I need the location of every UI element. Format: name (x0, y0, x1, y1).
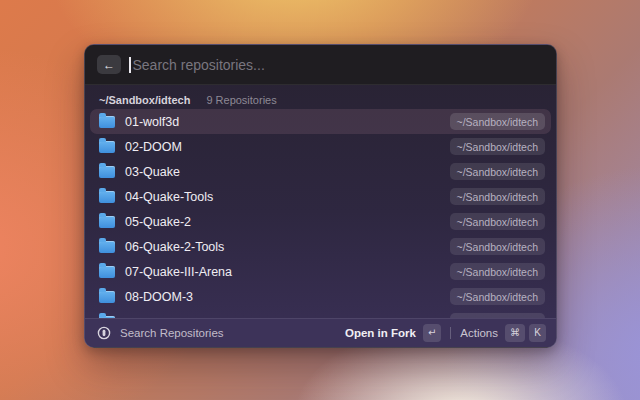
repo-path-badge: ~/Sandbox/idtech (450, 288, 545, 305)
section-header: ~/Sandbox/idtech 9 Repositories (85, 86, 556, 109)
search-input[interactable]: Search repositories... (133, 57, 265, 73)
primary-action-button[interactable]: Open in Fork (345, 327, 416, 339)
repo-row[interactable]: 01-wolf3d ~/Sandbox/idtech (90, 109, 551, 134)
return-key-badge[interactable]: ↵ (423, 324, 441, 342)
section-path-label: ~/Sandbox/idtech (99, 94, 190, 106)
repo-name: 02-DOOM (125, 140, 182, 154)
actions-button[interactable]: Actions (460, 327, 498, 339)
text-caret (129, 57, 131, 73)
command-label: Search Repositories (120, 327, 224, 339)
footer-divider (450, 327, 451, 339)
repo-path-badge: ~/Sandbox/idtech (450, 238, 545, 255)
folder-icon (99, 116, 115, 128)
launcher-window: ← Search repositories... ~/Sandbox/idtec… (84, 44, 557, 348)
back-arrow-icon: ← (103, 59, 115, 71)
repo-list-viewport: ~/Sandbox/idtech 9 Repositories 01-wolf3… (85, 86, 556, 318)
repo-path-badge: ~/Sandbox/idtech (450, 263, 545, 280)
repo-name: 04-Quake-Tools (125, 190, 213, 204)
repo-row[interactable]: 04-Quake-Tools ~/Sandbox/idtech (90, 184, 551, 209)
repo-row[interactable]: 02-DOOM ~/Sandbox/idtech (90, 134, 551, 159)
k-key-badge[interactable]: K (529, 324, 546, 342)
repo-list: 01-wolf3d ~/Sandbox/idtech 02-DOOM ~/San… (85, 109, 556, 318)
folder-icon (99, 241, 115, 253)
folder-icon (99, 191, 115, 203)
repo-row[interactable]: 06-Quake-2-Tools ~/Sandbox/idtech (90, 234, 551, 259)
repo-row[interactable]: ~/Sandbox/idtech (90, 309, 551, 318)
repo-row[interactable]: 08-DOOM-3 ~/Sandbox/idtech (90, 284, 551, 309)
repo-name: 07-Quake-III-Arena (125, 265, 232, 279)
repo-name: 03-Quake (125, 165, 180, 179)
extension-icon (97, 326, 111, 340)
repo-name: 05-Quake-2 (125, 215, 191, 229)
folder-icon (99, 266, 115, 278)
folder-icon (99, 216, 115, 228)
search-bar: ← Search repositories... (85, 45, 556, 85)
repo-path-badge: ~/Sandbox/idtech (450, 113, 545, 130)
repo-path-badge: ~/Sandbox/idtech (450, 188, 545, 205)
repo-name: 06-Quake-2-Tools (125, 240, 224, 254)
desktop: { "wallpaper": { "colors": ["#dd7a4b", "… (0, 0, 640, 400)
repo-name: 01-wolf3d (125, 115, 179, 129)
repo-row[interactable]: 03-Quake ~/Sandbox/idtech (90, 159, 551, 184)
back-button[interactable]: ← (97, 55, 121, 74)
repo-path-badge: ~/Sandbox/idtech (450, 163, 545, 180)
folder-icon (99, 291, 115, 303)
folder-icon (99, 166, 115, 178)
repo-path-badge: ~/Sandbox/idtech (450, 138, 545, 155)
cmd-key-badge[interactable]: ⌘ (505, 324, 525, 342)
repo-name: 08-DOOM-3 (125, 290, 193, 304)
repo-row[interactable]: 07-Quake-III-Arena ~/Sandbox/idtech (90, 259, 551, 284)
repo-row[interactable]: 05-Quake-2 ~/Sandbox/idtech (90, 209, 551, 234)
repo-path-badge: ~/Sandbox/idtech (450, 213, 545, 230)
section-count-label: 9 Repositories (206, 94, 276, 106)
footer-bar: Search Repositories Open in Fork ↵ Actio… (85, 318, 556, 347)
folder-icon (99, 141, 115, 153)
